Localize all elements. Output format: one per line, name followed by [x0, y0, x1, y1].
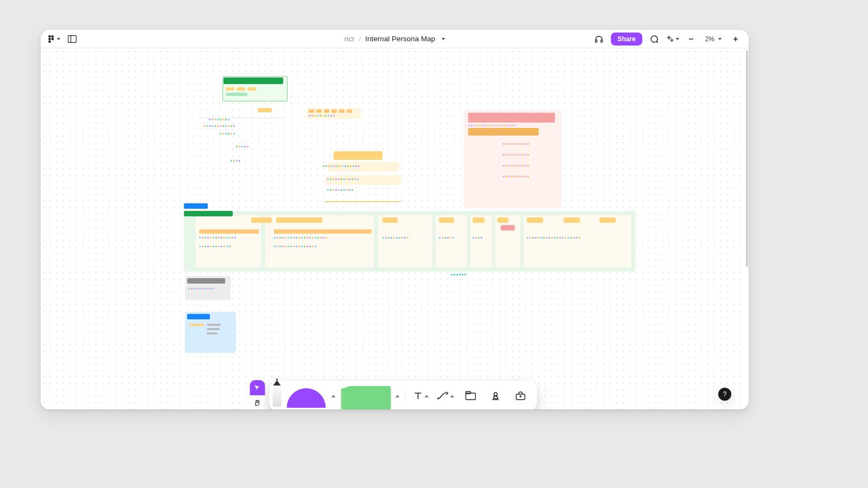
zoom-in[interactable]	[729, 33, 742, 46]
svg-rect-14	[465, 391, 470, 394]
audio-button[interactable]	[592, 33, 605, 46]
plus-icon	[732, 35, 739, 43]
vertical-scrollbar[interactable]	[745, 48, 749, 409]
breadcrumb-separator: /	[359, 35, 361, 43]
hand-icon	[253, 399, 261, 407]
svg-rect-3	[48, 37, 51, 40]
section-green-a[interactable]	[222, 76, 288, 101]
lanes-band[interactable]	[184, 211, 635, 272]
dock-panel-main	[269, 381, 537, 409]
section-icon	[465, 391, 476, 401]
svg-rect-5	[68, 35, 76, 42]
blue-card[interactable]	[185, 312, 236, 353]
minus-icon	[687, 35, 695, 43]
chevron-up-icon	[424, 395, 429, 397]
shape-caret[interactable]	[331, 395, 335, 397]
chevron-down-icon	[718, 38, 722, 40]
ai-tools[interactable]	[666, 33, 679, 46]
document-title: Internal Persona Map	[365, 35, 435, 43]
bottom-dock	[250, 380, 537, 409]
panels-toggle[interactable]	[66, 33, 79, 46]
svg-rect-13	[465, 393, 475, 400]
marker-tool[interactable]	[272, 385, 281, 407]
sticky-caret[interactable]	[395, 395, 399, 397]
shape-tool[interactable]	[286, 388, 326, 408]
connector-icon	[437, 391, 449, 401]
help-label: ?	[723, 390, 727, 398]
text-tool[interactable]	[411, 386, 430, 406]
cursor-icon	[254, 384, 260, 391]
widgets-icon	[515, 391, 526, 401]
dock-divider	[405, 387, 405, 405]
section-tool[interactable]	[461, 386, 480, 406]
teal-marks[interactable]	[451, 274, 467, 279]
breadcrumb[interactable]: ncr / Internal Persona Map	[344, 35, 445, 43]
chevron-down-icon	[57, 38, 60, 40]
connector-tool[interactable]	[436, 386, 455, 406]
tree-cluster[interactable]	[198, 108, 290, 195]
svg-point-0	[52, 37, 54, 40]
sticky-note-tool[interactable]	[341, 386, 390, 409]
widgets-tool[interactable]	[510, 386, 530, 406]
cream-block-a[interactable]	[307, 108, 372, 146]
panels-icon	[68, 35, 76, 43]
headphones-icon	[595, 35, 603, 43]
figma-menu[interactable]	[47, 33, 60, 46]
svg-rect-8	[601, 40, 603, 42]
chevron-up-icon	[450, 395, 454, 397]
sparkle-icon	[666, 35, 674, 43]
hand-tool[interactable]	[250, 395, 265, 409]
project-name: ncr	[344, 35, 355, 43]
gray-card[interactable]	[185, 276, 231, 300]
stamp-tool[interactable]	[486, 386, 505, 406]
chevron-down-icon	[676, 38, 679, 40]
top-toolbar: ncr / Internal Persona Map Share	[41, 30, 749, 48]
pink-panel[interactable]	[464, 100, 567, 208]
zoom-level[interactable]: 2%	[703, 35, 724, 43]
share-button[interactable]: Share	[611, 33, 642, 46]
svg-point-15	[494, 393, 497, 396]
figma-logo-icon	[47, 35, 55, 43]
band-labels[interactable]	[184, 203, 292, 214]
chevron-down-icon	[442, 38, 445, 40]
comment-icon	[650, 35, 659, 43]
text-icon	[412, 390, 423, 401]
comments-button[interactable]	[648, 33, 661, 46]
svg-rect-4	[48, 40, 51, 43]
app-window: ncr / Internal Persona Map Share	[41, 30, 749, 409]
svg-rect-7	[596, 40, 597, 42]
board-canvas[interactable]: ?	[41, 48, 745, 409]
stamp-icon	[490, 391, 500, 401]
select-tool[interactable]	[250, 380, 265, 395]
cream-block-b[interactable]	[312, 151, 437, 216]
svg-point-12	[437, 398, 439, 400]
svg-rect-2	[51, 35, 54, 38]
svg-rect-1	[48, 35, 51, 38]
zoom-label: 2%	[705, 35, 714, 43]
zoom-out[interactable]	[685, 33, 698, 46]
help-button[interactable]: ?	[718, 388, 731, 401]
select-hand-group	[250, 380, 265, 409]
